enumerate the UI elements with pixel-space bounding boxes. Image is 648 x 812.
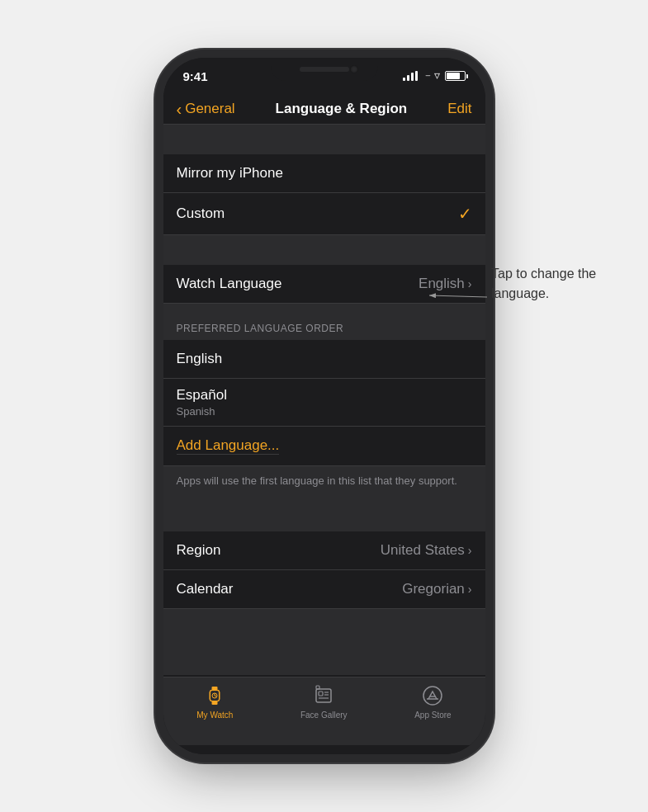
wifi-icon: ﹣▿ xyxy=(423,68,440,83)
svg-rect-2 xyxy=(212,701,218,705)
mirror-iphone-label: Mirror my iPhone xyxy=(177,165,283,182)
home-indicator xyxy=(163,745,485,754)
signal-icon xyxy=(403,71,418,81)
my-watch-icon xyxy=(203,684,226,707)
section-gap-4 xyxy=(163,609,485,675)
add-language-label: Add Language... xyxy=(177,437,280,455)
camera xyxy=(350,65,358,73)
app-store-tab-label: App Store xyxy=(414,710,451,720)
region-item[interactable]: Region United States › xyxy=(163,531,485,570)
chevron-icon: › xyxy=(468,277,472,290)
annotation: Tap to change the language. xyxy=(491,264,623,304)
section-header-text: PREFERRED LANGUAGE ORDER xyxy=(177,323,344,334)
status-time: 9:41 xyxy=(183,69,208,83)
calendar-item[interactable]: Calendar Gregorian › xyxy=(163,570,485,609)
battery-icon xyxy=(445,71,466,81)
nav-bar: ‹ General Language & Region Edit xyxy=(163,94,485,125)
face-gallery-icon xyxy=(312,684,335,707)
tab-bar: My Watch Face Gallery App Store xyxy=(163,677,485,745)
speaker xyxy=(300,67,349,72)
svg-rect-8 xyxy=(319,692,323,696)
espanol-item[interactable]: Español Spanish xyxy=(163,379,485,427)
calendar-label: Calendar xyxy=(177,581,234,597)
svg-point-13 xyxy=(423,687,442,705)
back-label: General xyxy=(185,101,234,117)
page-title: Language & Region xyxy=(276,101,408,117)
footer-note-text: Apps will use the first language in this… xyxy=(177,474,457,487)
watch-language-value: English xyxy=(419,276,465,292)
phone-frame: 9:41 ﹣▿ ‹ General Language & Region Edit xyxy=(163,58,485,754)
section-gap-3 xyxy=(163,502,485,531)
footer-note: Apps will use the first language in this… xyxy=(163,466,485,502)
back-arrow-icon: ‹ xyxy=(177,101,182,117)
svg-rect-1 xyxy=(212,687,218,690)
edit-button[interactable]: Edit xyxy=(447,101,471,117)
app-store-icon xyxy=(421,684,444,707)
watch-language-label: Watch Language xyxy=(177,276,282,292)
region-chevron-icon: › xyxy=(468,544,472,557)
home-bar xyxy=(271,754,378,755)
status-icons: ﹣▿ xyxy=(403,68,466,83)
region-value: United States xyxy=(381,542,465,559)
custom-item[interactable]: Custom ✓ xyxy=(163,193,485,235)
section-gap-2 xyxy=(163,235,485,265)
espanol-label: Español xyxy=(177,387,472,404)
watch-language-value-group: English › xyxy=(419,276,471,292)
espanol-sub: Spanish xyxy=(177,405,472,418)
tab-face-gallery[interactable]: Face Gallery xyxy=(300,684,348,720)
checkmark-icon: ✓ xyxy=(458,204,472,224)
calendar-chevron-icon: › xyxy=(468,583,472,596)
svg-rect-12 xyxy=(316,686,319,689)
region-value-group: United States › xyxy=(381,542,472,559)
notch xyxy=(271,58,378,81)
calendar-value: Gregorian xyxy=(402,581,465,597)
tab-my-watch[interactable]: My Watch xyxy=(196,684,233,720)
region-label: Region xyxy=(177,542,221,559)
english-label: English xyxy=(177,351,223,367)
section-header-preferred: PREFERRED LANGUAGE ORDER xyxy=(163,304,485,340)
tab-app-store[interactable]: App Store xyxy=(414,684,451,720)
calendar-value-group: Gregorian › xyxy=(402,581,471,597)
add-language-item[interactable]: Add Language... xyxy=(163,427,485,466)
content: Mirror my iPhone Custom ✓ Watch Language… xyxy=(163,125,485,677)
annotation-text: Tap to change the language. xyxy=(491,267,596,300)
back-button[interactable]: ‹ General xyxy=(177,101,235,117)
section-gap-1 xyxy=(163,125,485,154)
watch-language-item[interactable]: Watch Language English › xyxy=(163,265,485,304)
english-item[interactable]: English xyxy=(163,340,485,379)
my-watch-tab-label: My Watch xyxy=(196,710,233,720)
custom-label: Custom xyxy=(177,205,225,222)
face-gallery-tab-label: Face Gallery xyxy=(300,710,348,720)
mirror-iphone-item[interactable]: Mirror my iPhone xyxy=(163,154,485,193)
